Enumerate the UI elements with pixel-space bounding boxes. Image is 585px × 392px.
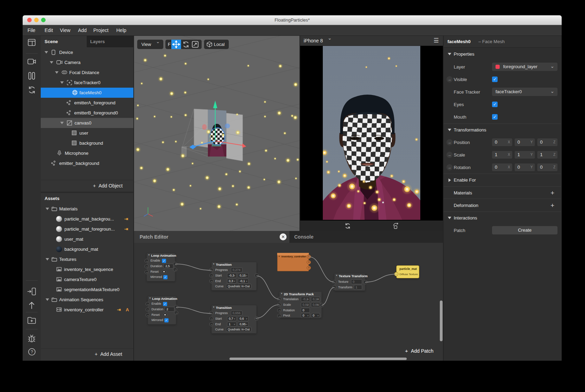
svg-text:?: ? xyxy=(31,350,33,354)
